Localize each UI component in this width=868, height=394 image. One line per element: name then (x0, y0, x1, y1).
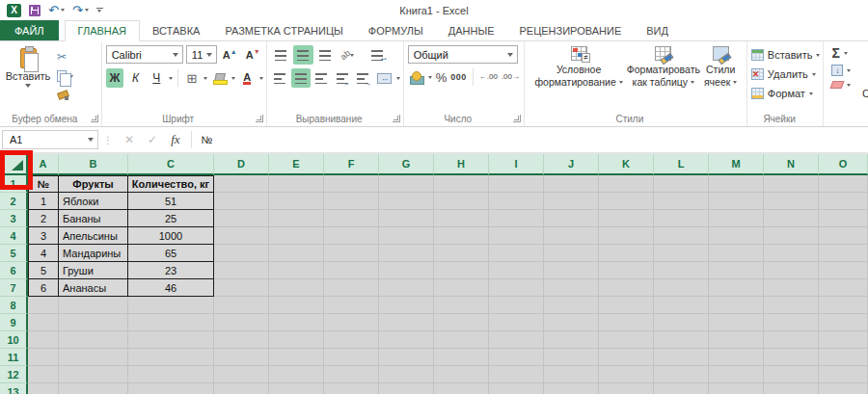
cell-I1[interactable] (489, 175, 544, 193)
cell-F4[interactable] (324, 227, 379, 245)
dialog-launcher-icon[interactable] (393, 115, 400, 122)
cell-E4[interactable] (269, 227, 324, 245)
cell-H12[interactable] (434, 366, 489, 383)
cell-M12[interactable] (709, 366, 764, 383)
cell-M4[interactable] (709, 227, 764, 245)
align-bottom-button[interactable] (315, 45, 336, 65)
cell-L8[interactable] (654, 297, 709, 314)
formula-content[interactable]: № (196, 134, 213, 145)
cell-C1[interactable]: Количество, кг (128, 175, 214, 193)
cell-F11[interactable] (324, 349, 379, 366)
cell-C2[interactable]: 51 (128, 193, 214, 210)
fill-color-button[interactable] (210, 68, 229, 88)
increase-indent-button[interactable]: → (354, 68, 373, 88)
cell-N10[interactable] (764, 331, 819, 349)
cell-F3[interactable] (324, 210, 379, 227)
cancel-button[interactable]: ✕ (118, 133, 141, 146)
cell-J7[interactable] (544, 279, 599, 297)
cell-F13[interactable] (324, 383, 379, 394)
tab-вид[interactable]: ВИД (634, 20, 681, 40)
row-header-8[interactable]: 8 (0, 297, 28, 314)
align-middle-button[interactable] (293, 45, 313, 65)
cell-N6[interactable] (764, 262, 819, 279)
align-right-button[interactable] (312, 68, 332, 88)
cell-L3[interactable] (654, 210, 709, 227)
align-left-button[interactable] (271, 68, 290, 88)
column-header-J[interactable]: J (544, 154, 599, 175)
cell-C4[interactable]: 1000 (128, 227, 214, 245)
chevron-down-icon[interactable] (259, 77, 263, 80)
cell-J4[interactable] (544, 227, 599, 245)
cell-G3[interactable] (379, 210, 434, 227)
cell-J9[interactable] (544, 314, 599, 331)
cell-N2[interactable] (764, 193, 819, 210)
cell-C9[interactable] (128, 314, 214, 331)
align-top-button[interactable] (271, 45, 291, 65)
paste-button[interactable]: Вставить (4, 45, 52, 112)
format-cells-button[interactable]: Формат (751, 85, 821, 102)
cell-O8[interactable] (819, 297, 868, 314)
number-format-select[interactable]: Общий (408, 45, 518, 64)
cell-N8[interactable] (764, 297, 819, 314)
accounting-format-icon[interactable] (410, 71, 424, 84)
column-header-B[interactable]: B (59, 154, 128, 175)
cell-I12[interactable] (489, 366, 544, 383)
cell-A4[interactable]: 3 (28, 227, 59, 245)
cell-E5[interactable] (269, 245, 324, 262)
dialog-launcher-icon[interactable] (91, 115, 98, 122)
cell-N7[interactable] (764, 279, 819, 297)
dialog-launcher-icon[interactable] (256, 115, 263, 122)
cell-E6[interactable] (269, 262, 324, 279)
row-header-2[interactable]: 2 (0, 193, 28, 210)
cell-D12[interactable] (214, 366, 269, 383)
cell-K6[interactable] (599, 262, 654, 279)
cell-A6[interactable]: 5 (28, 262, 59, 279)
cell-B10[interactable] (59, 331, 128, 349)
decrease-decimal-button[interactable]: .00→ (502, 73, 520, 81)
column-header-M[interactable]: M (709, 154, 764, 175)
cell-B9[interactable] (59, 314, 128, 331)
cell-B3[interactable]: Бананы (59, 210, 128, 227)
row-header-9[interactable]: 9 (0, 314, 28, 331)
cell-N1[interactable] (764, 175, 819, 193)
cell-J13[interactable] (544, 383, 599, 394)
cell-H7[interactable] (434, 279, 489, 297)
comma-style-button[interactable]: 000 (450, 72, 467, 82)
cell-F1[interactable] (324, 175, 379, 193)
increase-font-button[interactable]: А▲ (220, 48, 240, 61)
cell-J10[interactable] (544, 331, 599, 349)
cell-F7[interactable] (324, 279, 379, 297)
cell-K4[interactable] (599, 227, 654, 245)
cell-B1[interactable]: Фрукты (59, 175, 128, 193)
cell-F5[interactable] (324, 245, 379, 262)
chevron-down-icon[interactable] (25, 84, 31, 88)
cell-I3[interactable] (489, 210, 544, 227)
cut-button[interactable]: ✂ (57, 49, 73, 65)
cell-M2[interactable] (709, 193, 764, 210)
cell-J3[interactable] (544, 210, 599, 227)
underline-button[interactable]: Ч (148, 68, 166, 88)
cell-L4[interactable] (654, 227, 709, 245)
cell-N3[interactable] (764, 210, 819, 227)
tab-данные[interactable]: ДАННЫЕ (436, 20, 507, 40)
fill-button[interactable]: ↓ (831, 65, 851, 76)
cell-G5[interactable] (379, 245, 434, 262)
cell-M13[interactable] (709, 383, 764, 394)
cell-O1[interactable] (819, 175, 868, 193)
cell-I11[interactable] (489, 349, 544, 366)
cell-M6[interactable] (709, 262, 764, 279)
cell-H1[interactable] (434, 175, 489, 193)
row-header-5[interactable]: 5 (0, 245, 28, 262)
formula-bar-handle[interactable]: ⋮ (103, 135, 113, 145)
row-header-10[interactable]: 10 (0, 331, 28, 349)
autosum-button[interactable]: Σ (831, 46, 847, 60)
cell-O11[interactable] (819, 349, 868, 366)
cell-L1[interactable] (654, 175, 709, 193)
cell-I7[interactable] (489, 279, 544, 297)
cell-B2[interactable]: Яблоки (59, 193, 128, 210)
row-header-4[interactable]: 4 (0, 227, 28, 245)
column-header-N[interactable]: N (764, 154, 819, 175)
cell-L6[interactable] (654, 262, 709, 279)
cell-A11[interactable] (28, 349, 59, 366)
cell-A12[interactable] (28, 366, 59, 383)
